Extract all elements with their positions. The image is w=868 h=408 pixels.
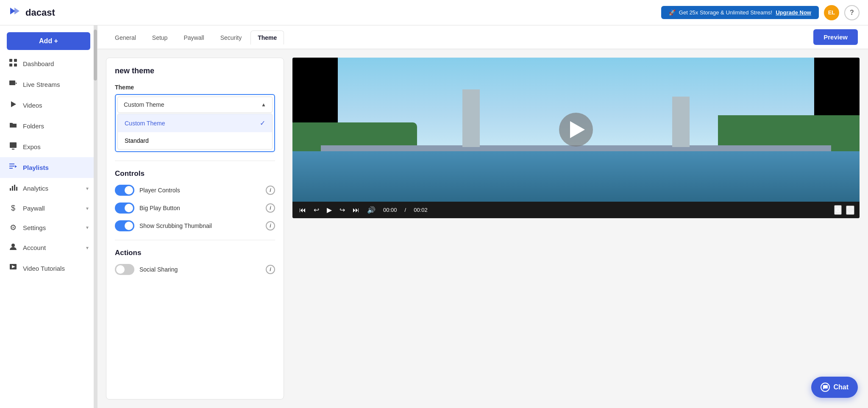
bridge-tower-left [462, 89, 479, 147]
chat-bubble-icon [821, 383, 830, 392]
svg-marker-1 [14, 8, 19, 14]
info-icon-social-sharing[interactable]: i [266, 265, 275, 274]
video-play-overlay[interactable] [559, 113, 593, 147]
svg-rect-16 [12, 186, 13, 191]
sidebar-item-folders[interactable]: Folders [0, 116, 97, 136]
sidebar-item-dashboard[interactable]: Dashboard [0, 53, 97, 74]
skip-next-button[interactable]: ⏭ [351, 205, 361, 215]
control-social-sharing: Social Sharing i [115, 264, 275, 275]
dropdown-arrow-icon: ▲ [261, 102, 266, 108]
video-tutorials-icon [8, 263, 18, 274]
folders-icon [8, 121, 18, 131]
sidebar-label-settings: Settings [23, 224, 46, 231]
account-icon [8, 242, 18, 253]
dropdown-item-standard[interactable]: Standard [118, 132, 272, 149]
control-left-big-play: Big Play Button [115, 203, 180, 214]
check-icon: ✓ [260, 119, 265, 127]
sidebar-item-live-streams[interactable]: Live Streams [0, 74, 97, 95]
tab-setup[interactable]: Setup [145, 31, 175, 44]
dropdown-item-custom-theme[interactable]: Custom Theme ✓ [118, 114, 272, 132]
control-left-scrubbing: Show Scrubbing Thumbnail [115, 220, 212, 231]
sidebar-label-dashboard: Dashboard [23, 60, 54, 67]
fullscreen-button[interactable]: ⛶ [846, 205, 854, 215]
label-social-sharing: Social Sharing [139, 266, 178, 273]
time-separator: / [405, 207, 406, 213]
info-icon-big-play[interactable]: i [266, 203, 275, 213]
tabs: General Setup Paywall Security Theme [108, 30, 284, 44]
toggle-social-sharing[interactable] [115, 264, 134, 275]
avatar[interactable]: EL [824, 5, 839, 20]
add-button[interactable]: Add + [7, 32, 90, 50]
sidebar-item-account[interactable]: Account ▾ [0, 237, 97, 258]
sidebar-item-playlists[interactable]: Playlists [0, 157, 97, 178]
tab-general[interactable]: General [108, 31, 143, 44]
dropdown-item-label-custom: Custom Theme [125, 120, 165, 127]
chat-button[interactable]: Chat [811, 377, 858, 398]
topbar: dacast 🚀 Get 25x Storage & Unlimited Str… [0, 0, 868, 25]
panel-title: new theme [115, 67, 275, 75]
playlists-icon [8, 162, 18, 173]
divider-2 [115, 240, 275, 240]
svg-rect-3 [14, 59, 17, 62]
control-left-player-controls: Player Controls [115, 185, 180, 196]
tab-paywall[interactable]: Paywall [176, 31, 211, 44]
sidebar-item-videos[interactable]: Videos [0, 95, 97, 116]
sidebar-label-paywall: Paywall [23, 205, 45, 212]
right-panel: ⏮ ↩ ▶ ↪ ⏭ 🔊 00:00 / 00:02 ⚙ ⛶ [292, 58, 860, 400]
svg-rect-10 [12, 149, 14, 150]
tab-theme[interactable]: Theme [250, 31, 284, 44]
svg-marker-14 [15, 165, 17, 168]
play-pause-button[interactable]: ▶ [325, 205, 334, 215]
theme-dropdown-trigger[interactable]: Custom Theme ▲ [117, 97, 273, 113]
rewind-button[interactable]: ↩ [312, 205, 321, 215]
upgrade-link[interactable]: Upgrade Now [776, 9, 811, 16]
toggle-scrubbing-thumbnail[interactable] [115, 220, 134, 231]
settings-button[interactable]: ⚙ [834, 205, 842, 215]
svg-marker-7 [16, 82, 17, 84]
logo-area: dacast [8, 4, 55, 21]
toggle-big-play-button[interactable] [115, 203, 134, 214]
volume-button[interactable]: 🔊 [365, 205, 377, 215]
sidebar-item-video-tutorials[interactable]: Video Tutorials [0, 258, 97, 279]
controls-section-title: Controls [115, 169, 275, 178]
logo-text: dacast [25, 7, 55, 18]
skip-back-button[interactable]: ⏮ [298, 205, 308, 215]
control-player-controls: Player Controls i [115, 185, 275, 196]
video-controls-bar: ⏮ ↩ ▶ ↪ ⏭ 🔊 00:00 / 00:02 ⚙ ⛶ [292, 202, 860, 218]
sidebar-label-live-streams: Live Streams [23, 81, 60, 88]
scrollbar-thumb[interactable] [94, 30, 97, 80]
sidebar-item-paywall[interactable]: $ Paywall ▾ [0, 199, 97, 218]
video-scene [292, 58, 860, 202]
settings-expand-icon: ▾ [86, 225, 89, 230]
control-scrubbing-thumbnail: Show Scrubbing Thumbnail i [115, 220, 275, 231]
time-current: 00:00 [383, 207, 397, 213]
svg-rect-2 [9, 59, 12, 62]
preview-button[interactable]: Preview [813, 29, 858, 45]
svg-rect-15 [10, 188, 11, 191]
sidebar-label-expos: Expos [23, 143, 41, 150]
sidebar-item-analytics[interactable]: Analytics ▾ [0, 178, 97, 199]
fast-forward-button[interactable]: ↪ [338, 205, 347, 215]
play-triangle-icon [570, 121, 585, 138]
tab-security[interactable]: Security [213, 31, 249, 44]
actions-section-title: Actions [115, 249, 275, 257]
water-bg [292, 147, 860, 202]
avatar-initials: EL [828, 9, 835, 16]
info-icon-scrubbing[interactable]: i [266, 221, 275, 230]
upgrade-banner[interactable]: 🚀 Get 25x Storage & Unlimited Streams! U… [661, 6, 819, 19]
toggle-player-controls[interactable] [115, 185, 134, 196]
scrollbar[interactable] [94, 25, 97, 408]
help-button[interactable]: ? [844, 5, 860, 20]
control-left-social-sharing: Social Sharing [115, 264, 178, 275]
sidebar-item-settings[interactable]: ⚙ Settings ▾ [0, 218, 97, 237]
info-icon-player-controls[interactable]: i [266, 186, 275, 195]
sidebar-label-video-tutorials: Video Tutorials [23, 265, 65, 272]
settings-icon: ⚙ [8, 223, 18, 232]
sidebar-item-expos[interactable]: Expos [0, 136, 97, 157]
expos-icon [8, 142, 18, 152]
chat-label: Chat [833, 383, 849, 391]
topbar-right: 🚀 Get 25x Storage & Unlimited Streams! U… [661, 5, 860, 20]
main-layout: Add + Dashboard Live Streams Videos Fold… [0, 25, 868, 408]
svg-rect-11 [9, 164, 14, 164]
theme-selected-label: Custom Theme [124, 101, 164, 108]
